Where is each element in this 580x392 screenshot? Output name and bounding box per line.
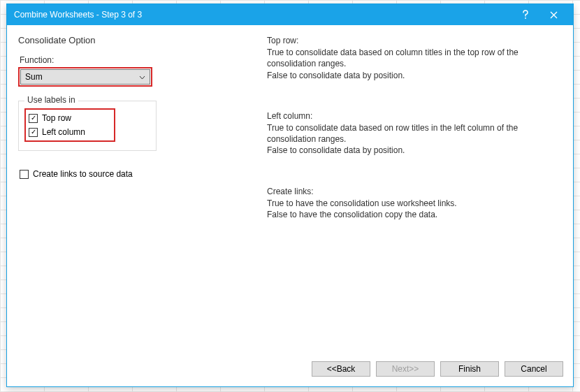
finish-button[interactable]: Finish bbox=[440, 361, 499, 377]
left-column-checkbox-row[interactable]: Left column bbox=[27, 125, 113, 139]
left-pane: Consolidate Option Function: Sum Use lab… bbox=[18, 35, 249, 351]
chevron-down-icon bbox=[139, 72, 145, 82]
create-links-checkbox[interactable] bbox=[20, 170, 29, 179]
function-select-highlight: Sum bbox=[18, 67, 152, 87]
dialog-content: Consolidate Option Function: Sum Use lab… bbox=[7, 25, 573, 358]
create-links-label: Create links to source data bbox=[33, 169, 133, 179]
next-button: Next>> bbox=[376, 361, 435, 377]
labels-highlight: Top row Left column bbox=[24, 108, 115, 142]
help-pane: Top row: True to consolidate data based … bbox=[267, 35, 562, 351]
help-left-column-line1: True to consolidate data based on row ti… bbox=[267, 122, 562, 145]
top-row-checkbox-row[interactable]: Top row bbox=[27, 111, 113, 125]
help-create-links-line1: True to have the consolidation use works… bbox=[267, 198, 562, 209]
function-label: Function: bbox=[20, 55, 249, 65]
help-top-row: Top row: True to consolidate data based … bbox=[267, 35, 562, 81]
help-button[interactable] bbox=[512, 7, 539, 22]
help-left-column-title: Left column: bbox=[267, 110, 562, 122]
use-labels-legend: Use labels in bbox=[24, 95, 78, 105]
close-icon bbox=[550, 11, 558, 19]
combine-worksheets-dialog: Combine Worksheets - Step 3 of 3 Consoli… bbox=[6, 3, 574, 387]
left-column-label: Left column bbox=[42, 127, 85, 137]
help-top-row-line2: False to consolidate data by position. bbox=[267, 70, 562, 81]
use-labels-fieldset: Use labels in Top row Left column bbox=[18, 101, 157, 151]
titlebar: Combine Worksheets - Step 3 of 3 bbox=[7, 4, 573, 25]
left-column-checkbox[interactable] bbox=[29, 128, 38, 137]
close-button[interactable] bbox=[539, 7, 567, 22]
svg-point-0 bbox=[525, 17, 526, 19]
top-row-label: Top row bbox=[42, 113, 71, 123]
consolidate-option-title: Consolidate Option bbox=[18, 35, 249, 45]
help-create-links: Create links: True to have the consolida… bbox=[267, 186, 562, 221]
top-row-checkbox[interactable] bbox=[29, 114, 38, 123]
help-create-links-title: Create links: bbox=[267, 186, 562, 197]
help-top-row-line1: True to consolidate data based on column… bbox=[267, 47, 562, 69]
help-create-links-line2: False to have the consolidation copy the… bbox=[267, 209, 562, 220]
help-left-column-line2: False to consolidate data by position. bbox=[267, 145, 562, 156]
function-select-value: Sum bbox=[25, 72, 43, 82]
help-top-row-title: Top row: bbox=[267, 35, 562, 46]
help-icon bbox=[522, 10, 529, 20]
back-button[interactable]: <<Back bbox=[312, 361, 370, 377]
dialog-title: Combine Worksheets - Step 3 of 3 bbox=[14, 10, 512, 20]
help-left-column: Left column: True to consolidate data ba… bbox=[267, 110, 562, 157]
cancel-button[interactable]: Cancel bbox=[505, 361, 563, 377]
dialog-footer: <<Back Next>> Finish Cancel bbox=[7, 358, 573, 386]
function-select[interactable]: Sum bbox=[20, 69, 150, 85]
create-links-checkbox-row[interactable]: Create links to source data bbox=[18, 166, 249, 182]
